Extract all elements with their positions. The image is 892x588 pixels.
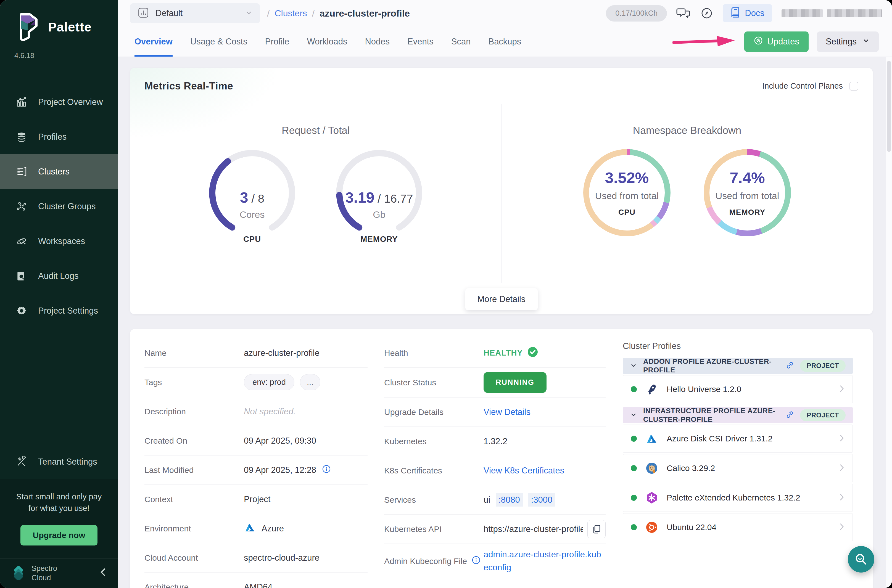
profile-layer-pxk[interactable]: Palette eXtended Kubernetes 1.32.2 bbox=[623, 484, 853, 512]
cpu-donut: 3.52% Used from total CPU bbox=[583, 149, 671, 236]
kubernetes-api-label: Kubernetes API bbox=[384, 525, 484, 534]
search-fab-button[interactable] bbox=[848, 546, 874, 573]
view-details-link[interactable]: View Details bbox=[484, 407, 530, 417]
updates-button[interactable]: Updates bbox=[744, 32, 809, 52]
spectro-cloud-logo-icon bbox=[12, 566, 26, 581]
check-circle-icon bbox=[527, 346, 538, 359]
cluster-profiles-panel: Cluster Profiles ADDON PROFILE AZURE-CLU… bbox=[622, 339, 853, 588]
description-label: Description bbox=[144, 407, 244, 416]
breadcrumb-divider: / bbox=[267, 8, 270, 19]
detail-row-health: Health HEALTHY bbox=[384, 339, 606, 368]
tab-overview[interactable]: Overview bbox=[135, 27, 173, 57]
profile-layer-azure-disk-csi[interactable]: Azure Disk CSI Driver 1.31.2 bbox=[623, 424, 853, 453]
layer-status-dot bbox=[631, 386, 637, 392]
kubernetes-version-value: 1.32.2 bbox=[484, 436, 606, 446]
copy-api-button[interactable] bbox=[587, 520, 606, 538]
more-details-button[interactable]: More Details bbox=[466, 288, 538, 310]
info-icon[interactable] bbox=[322, 464, 331, 476]
gauge-separator: / bbox=[248, 192, 258, 205]
tools-icon bbox=[15, 456, 28, 468]
upgrade-now-button[interactable]: Upgrade now bbox=[20, 525, 97, 546]
detail-row-kubernetes: Kubernetes 1.32.2 bbox=[384, 427, 606, 456]
project-selector[interactable]: Default bbox=[130, 3, 260, 23]
footer-brand-top: Spectro bbox=[32, 564, 94, 573]
service-port-8080-link[interactable]: :8080 bbox=[496, 494, 523, 507]
docs-button[interactable]: Docs bbox=[723, 4, 772, 22]
info-icon[interactable] bbox=[472, 555, 481, 567]
profile-layer-ubuntu[interactable]: Ubuntu 22.04 bbox=[623, 513, 853, 542]
cluster-status-label: Cluster Status bbox=[384, 378, 484, 387]
include-control-planes-checkbox[interactable] bbox=[850, 82, 858, 90]
layer-name: Azure Disk CSI Driver 1.31.2 bbox=[667, 434, 830, 443]
scrollbar-thumb[interactable] bbox=[887, 61, 891, 152]
top-bar: Default / Clusters / azure-cluster-profi… bbox=[118, 0, 892, 27]
tab-usage-costs[interactable]: Usage & Costs bbox=[190, 27, 248, 57]
tag-more[interactable]: ... bbox=[300, 374, 320, 390]
detail-row-cloud-account: Cloud Account spectro-cloud-azure bbox=[144, 543, 368, 573]
breadcrumb-divider: / bbox=[312, 8, 315, 19]
cluster-groups-icon bbox=[15, 200, 28, 213]
user-name-redacted bbox=[782, 9, 882, 17]
scrollbar[interactable] bbox=[886, 57, 892, 588]
status-badge: RUNNING bbox=[484, 372, 547, 393]
detail-row-modified: Last Modified 09 Apr 2025, 12:28 bbox=[144, 456, 368, 485]
feedback-chat-icon[interactable] bbox=[676, 7, 691, 20]
tab-nodes[interactable]: Nodes bbox=[365, 27, 390, 57]
sidebar-item-label: Tenant Settings bbox=[38, 457, 97, 467]
tag-env-prod[interactable]: env: prod bbox=[244, 374, 294, 390]
layer-name: Hello Universe 1.2.0 bbox=[667, 384, 830, 394]
kubeconfig-download-link[interactable]: admin.azure-cluster-profile.kubeconfig bbox=[484, 548, 606, 574]
services-label: Services bbox=[384, 495, 484, 505]
chevron-right-icon bbox=[839, 492, 845, 503]
metrics-title: Metrics Real-Time bbox=[144, 80, 233, 92]
explore-compass-icon[interactable] bbox=[700, 7, 713, 20]
breadcrumb-clusters-link[interactable]: Clusters bbox=[275, 8, 307, 18]
tab-backups[interactable]: Backups bbox=[488, 27, 521, 57]
view-certificates-link[interactable]: View K8s Certificates bbox=[484, 466, 564, 476]
tab-scan[interactable]: Scan bbox=[451, 27, 471, 57]
cpu-gauge-label: CPU bbox=[243, 235, 261, 244]
page-title: azure-cluster-profile bbox=[320, 8, 410, 19]
sidebar-item-profiles[interactable]: Profiles bbox=[0, 120, 118, 154]
k8s-certificates-label: K8s Certificates bbox=[384, 466, 484, 476]
book-icon bbox=[730, 7, 740, 20]
last-modified-value: 09 Apr 2025, 12:28 bbox=[244, 465, 316, 475]
settings-button[interactable]: Settings bbox=[817, 32, 879, 52]
profiles-icon bbox=[15, 131, 28, 143]
tab-profile[interactable]: Profile bbox=[265, 27, 290, 57]
cloud-account-value: spectro-cloud-azure bbox=[244, 553, 368, 563]
sidebar-item-project-overview[interactable]: Project Overview bbox=[0, 85, 118, 120]
redacted-block bbox=[782, 9, 823, 17]
last-modified-label: Last Modified bbox=[144, 465, 244, 475]
name-label: Name bbox=[144, 348, 244, 358]
cloud-account-label: Cloud Account bbox=[144, 553, 244, 562]
infrastructure-profile-header[interactable]: INFRASTRUCTURE PROFILE AZURE-CLUSTER-PRO… bbox=[623, 407, 853, 423]
sidebar-item-audit-logs[interactable]: Audit Logs bbox=[0, 259, 118, 294]
sidebar-item-cluster-groups[interactable]: Cluster Groups bbox=[0, 189, 118, 224]
detail-row-upgrade: Upgrade Details View Details bbox=[384, 398, 606, 427]
memory-unit: Gb bbox=[333, 209, 425, 220]
sidebar-item-workspaces[interactable]: Workspaces bbox=[0, 224, 118, 259]
sidebar-item-project-settings[interactable]: Project Settings bbox=[0, 294, 118, 328]
layer-status-dot bbox=[631, 524, 637, 530]
sidebar-item-tenant-settings[interactable]: Tenant Settings bbox=[0, 444, 118, 479]
tab-events[interactable]: Events bbox=[407, 27, 434, 57]
tab-workloads[interactable]: Workloads bbox=[307, 27, 347, 57]
profile-layer-calico[interactable]: Calico 3.29.2 bbox=[623, 454, 853, 482]
profile-layer-hello-universe[interactable]: Hello Universe 1.2.0 bbox=[623, 375, 853, 404]
collapse-sidebar-icon[interactable] bbox=[100, 567, 107, 580]
sidebar-item-clusters[interactable]: Clusters bbox=[0, 154, 118, 189]
link-icon bbox=[786, 361, 794, 370]
addon-profile-header[interactable]: ADDON PROFILE AZURE-CLUSTER-PROFILE PROJ… bbox=[623, 358, 853, 374]
architecture-label: Architecture bbox=[144, 582, 244, 588]
upgrade-promo: Start small and only pay for what you us… bbox=[0, 479, 118, 558]
namespace-title: Namespace Breakdown bbox=[633, 125, 742, 136]
docs-label: Docs bbox=[745, 8, 764, 18]
chevron-right-icon bbox=[839, 463, 845, 473]
main-area: Default / Clusters / azure-cluster-profi… bbox=[118, 0, 892, 588]
kubernetes-api-value: https://azure-cluster-profile... bbox=[484, 524, 583, 534]
service-port-3000-link[interactable]: :3000 bbox=[528, 494, 556, 507]
infrastructure-profile-name: INFRASTRUCTURE PROFILE AZURE-CLUSTER-PRO… bbox=[643, 406, 779, 424]
updates-icon bbox=[754, 36, 763, 48]
footer-brand-bottom: Cloud bbox=[32, 573, 94, 583]
